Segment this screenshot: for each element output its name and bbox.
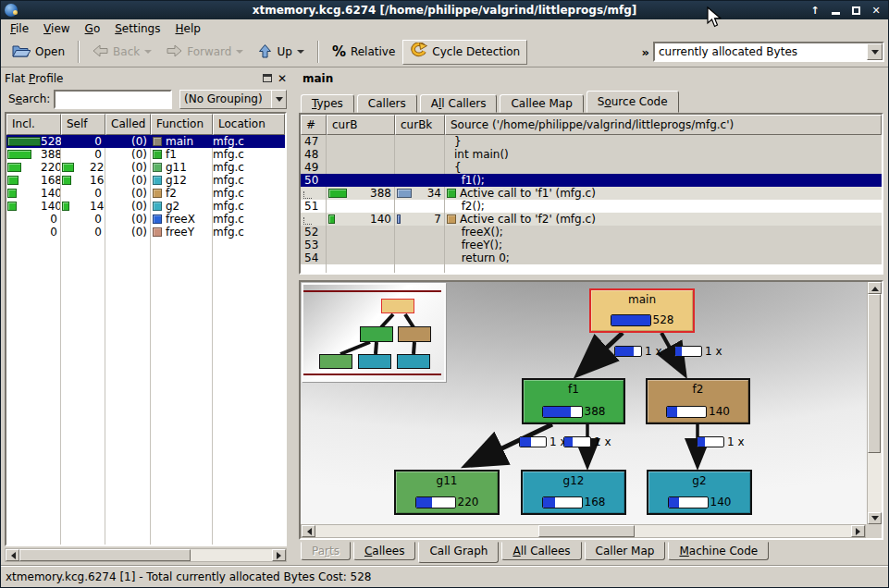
flat-profile-hscrollbar[interactable]: [5, 548, 287, 562]
dock-close-icon[interactable]: ✕: [278, 74, 287, 83]
call-expander-icon[interactable]: [303, 191, 312, 199]
source-line[interactable]: 53 freeY();: [301, 239, 882, 251]
grouping-combobox[interactable]: (No Grouping): [179, 90, 287, 109]
source-line[interactable]: 52 freeX();: [301, 226, 882, 239]
graph-node-f2[interactable]: f2 140: [646, 378, 750, 424]
open-button[interactable]: Open: [5, 40, 72, 65]
table-row-g11[interactable]: 220 220 (0) g11 mfg.c: [6, 161, 285, 174]
menu-settings[interactable]: Settings: [107, 21, 167, 36]
top-tab-bar: Types Callers All Callers Callee Map Sou…: [301, 91, 682, 113]
scrollbar-thumb[interactable]: [868, 294, 881, 453]
column-header-curbk[interactable]: curBk: [395, 115, 445, 135]
source-call-row[interactable]: 388 34 Active call to 'f1' (mfg.c): [301, 187, 882, 200]
titlebar: xtmemory.kcg.6274 [/home/philippe/valgri…: [1, 1, 888, 19]
scrollbar-thumb[interactable]: [538, 525, 635, 537]
graph-hscrollbar[interactable]: [301, 524, 866, 538]
table-row-main[interactable]: 528 0 (0) main mfg.c: [6, 135, 285, 148]
cycle-detection-button[interactable]: Cycle Detection: [402, 40, 527, 65]
source-line-selected[interactable]: 50 f1();: [301, 174, 882, 187]
cost-bar: [611, 314, 651, 326]
tab-parts[interactable]: Parts: [301, 542, 351, 560]
up-button[interactable]: Up: [251, 40, 311, 65]
tab-source-code[interactable]: Source Code: [586, 91, 679, 113]
table-row-g12[interactable]: 168 168 (0) g12 mfg.c: [6, 174, 285, 187]
column-header-line[interactable]: #: [301, 115, 327, 135]
column-header-incl[interactable]: Incl.: [6, 114, 61, 135]
dock-float-icon[interactable]: [263, 74, 272, 82]
main-window: xtmemory.kcg.6274 [/home/philippe/valgri…: [0, 0, 889, 588]
tab-caller-map[interactable]: Caller Map: [585, 542, 666, 560]
graph-node-g12[interactable]: g12 168: [521, 470, 626, 515]
shade-button[interactable]: ↑: [809, 4, 821, 17]
tab-all-callees[interactable]: All Callees: [501, 542, 581, 560]
call-expander-icon[interactable]: [303, 217, 312, 225]
search-input[interactable]: [54, 90, 172, 109]
source-call-row[interactable]: 140 7 Active call to 'f2' (mfg.c): [301, 213, 882, 226]
tab-machine-code[interactable]: Machine Code: [668, 542, 769, 560]
cycle-detection-icon: [410, 43, 427, 61]
forward-dropdown-icon: [236, 50, 243, 57]
table-row-g2[interactable]: 140 140 (0) g2 mfg.c: [6, 200, 285, 213]
function-color-icon: [153, 189, 162, 198]
menu-file[interactable]: File: [3, 21, 36, 36]
flat-profile-dock-header[interactable]: Flat Profile ✕: [5, 70, 287, 86]
graph-node-g2[interactable]: g2 140: [647, 470, 752, 515]
column-header-function[interactable]: Function: [151, 114, 213, 135]
tab-all-callers[interactable]: All Callers: [420, 94, 498, 113]
tab-call-graph[interactable]: Call Graph: [418, 542, 499, 563]
bottom-tab-bar: Parts Callees Call Graph All Callees Cal…: [301, 542, 772, 564]
event-type-combobox[interactable]: currently allocated Bytes: [653, 42, 884, 62]
graph-node-main[interactable]: main 528: [589, 288, 695, 333]
combobox-arrow-icon[interactable]: [271, 91, 286, 108]
function-color-icon: [153, 202, 162, 211]
source-line[interactable]: 47}: [301, 135, 882, 148]
source-line[interactable]: 49{: [301, 161, 882, 174]
toolbar-overflow-chevron[interactable]: »: [642, 45, 649, 59]
function-color-icon: [153, 163, 162, 172]
combobox-arrow-icon[interactable]: [867, 43, 883, 60]
minimize-button[interactable]: [829, 4, 842, 17]
edge-label-f1-g12: 1 x: [563, 435, 611, 448]
table-row-freeX[interactable]: 0 0 (0) freeX mfg.c: [6, 213, 285, 226]
graph-node-g11[interactable]: g11 220: [394, 470, 500, 515]
tab-types[interactable]: Types: [301, 94, 354, 113]
menubar: File View Go Settings Help: [1, 19, 888, 37]
table-row-f2[interactable]: 140 0 (0) f2 mfg.c: [6, 187, 285, 200]
back-button[interactable]: Back: [85, 40, 159, 65]
tab-callee-map[interactable]: Callee Map: [500, 94, 583, 113]
tab-callees[interactable]: Callees: [353, 542, 415, 560]
maximize-button[interactable]: [849, 4, 862, 17]
column-header-source[interactable]: Source ('/home/philippe/valgrind/littlep…: [445, 115, 882, 135]
forward-button[interactable]: Forward: [159, 40, 251, 65]
scrollbar-thumb[interactable]: [19, 549, 191, 561]
source-line[interactable]: 51 f2();: [301, 200, 882, 213]
edge-label-f2-g2: 1 x: [697, 435, 745, 448]
menu-help[interactable]: Help: [167, 21, 207, 36]
menu-go[interactable]: Go: [78, 21, 108, 36]
table-row-f1[interactable]: 388 0 (0) f1 mfg.c: [6, 148, 285, 161]
percent-icon: %: [332, 43, 346, 60]
function-color-icon: [153, 227, 162, 237]
graph-vscrollbar[interactable]: [867, 282, 882, 524]
scroll-up-icon: [868, 282, 882, 294]
function-color-icon: [153, 137, 162, 146]
column-header-self[interactable]: Self: [61, 114, 105, 135]
cost-bar: [542, 406, 583, 418]
close-button[interactable]: ✕: [870, 4, 883, 17]
pane-splitter[interactable]: [290, 67, 296, 565]
menu-view[interactable]: View: [36, 21, 77, 36]
column-header-called[interactable]: Called: [105, 114, 151, 135]
source-line[interactable]: 54 return 0;: [301, 251, 882, 264]
status-text: xtmemory.kcg.6274 [1] - Total currently …: [6, 570, 371, 583]
tab-callers[interactable]: Callers: [357, 94, 417, 113]
column-header-location[interactable]: Location: [213, 114, 285, 135]
relative-toggle-button[interactable]: % Relative: [325, 40, 402, 65]
call-graph-view: main 528 f1 388 f2 140 g11 220 g12 168 g…: [299, 280, 883, 540]
table-row-freeY[interactable]: 0 0 (0) freeY mfg.c: [6, 226, 285, 239]
column-header-curb[interactable]: curB: [327, 115, 395, 135]
graph-overview-minimap[interactable]: [302, 283, 446, 382]
source-line[interactable]: 48int main(): [301, 148, 882, 161]
flat-profile-table: Incl. Self Called Function Location 528 …: [5, 112, 287, 546]
graph-node-f1[interactable]: f1 388: [522, 378, 625, 424]
source-code-view: # curB curBk Source ('/home/philippe/val…: [299, 113, 883, 275]
